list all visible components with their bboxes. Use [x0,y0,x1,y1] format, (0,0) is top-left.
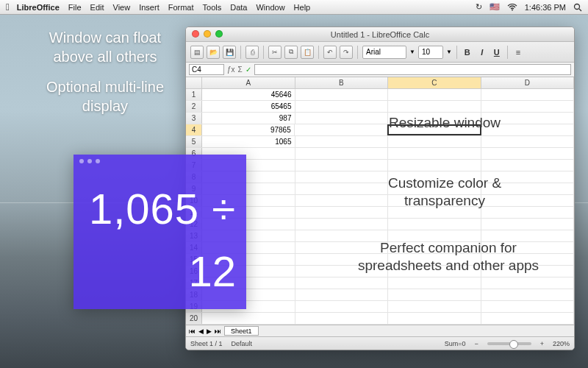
menu-insert[interactable]: Insert [139,3,159,12]
menubar-clock[interactable]: 1:46:36 PM [525,3,566,12]
calc-minimize-icon[interactable] [87,159,92,163]
cell[interactable] [388,89,481,100]
flag-icon[interactable]: 🇺🇸 [490,2,500,12]
cell[interactable] [295,101,389,112]
bold-button[interactable]: B [462,46,473,58]
cell[interactable] [481,101,575,112]
col-header-a[interactable]: A [202,77,295,88]
window-titlebar[interactable]: Untitled 1 - LibreOffice Calc [186,27,574,42]
italic-button[interactable]: I [476,46,488,58]
calculator-window[interactable]: 1,065 ÷ 12 [74,155,246,309]
status-zoom[interactable]: 220% [553,340,570,347]
cell[interactable] [388,313,481,324]
cell[interactable] [481,277,575,289]
row-header[interactable]: 3 [186,113,202,124]
cell[interactable] [295,89,389,100]
cell[interactable] [388,101,481,112]
align-left-button[interactable]: ≡ [512,46,524,58]
row-header[interactable]: 4 [186,124,202,135]
cell[interactable] [202,313,295,324]
promo-companion-text: Perfect companion for spreadsheets and o… [349,239,548,275]
print-button[interactable]: ⎙ [245,46,259,59]
cell[interactable] [295,277,389,289]
open-button[interactable]: 📂 [207,46,220,59]
menu-data[interactable]: Data [230,3,247,12]
row-header[interactable]: 1 [186,89,202,100]
cell[interactable] [388,160,481,171]
spotlight-icon[interactable] [573,3,582,12]
menu-tools[interactable]: Tools [203,3,222,12]
cell[interactable] [481,160,575,171]
zoom-icon[interactable] [215,30,223,38]
cell[interactable] [295,313,389,324]
cut-button[interactable]: ✂ [268,46,282,59]
cell[interactable] [388,148,481,159]
copy-button[interactable]: ⧉ [284,46,298,59]
sync-icon[interactable]: ↻ [476,2,482,12]
cell[interactable] [481,301,575,312]
underline-button[interactable]: U [491,46,503,58]
cell[interactable] [295,148,389,159]
font-name-select[interactable]: Arial [362,46,406,59]
save-button[interactable]: 💾 [223,46,236,59]
cell[interactable] [388,289,481,300]
undo-button[interactable]: ↶ [323,46,337,59]
cell[interactable] [388,301,481,312]
calc-zoom-icon[interactable] [96,159,100,163]
cell[interactable] [295,136,389,147]
cell[interactable]: 45646 [202,89,295,100]
tab-last-icon[interactable]: ⏭ [215,328,221,335]
cell[interactable] [481,89,575,100]
new-doc-button[interactable]: ▤ [190,46,204,59]
apple-menu-icon[interactable]:  [6,1,10,13]
tab-prev-icon[interactable]: ◀ [198,328,204,335]
sheet-tab[interactable]: Sheet1 [224,326,259,336]
redo-button[interactable]: ↷ [340,46,353,59]
cell[interactable] [481,219,575,230]
menu-view[interactable]: View [113,3,131,12]
row-header[interactable]: 5 [186,136,202,147]
cell[interactable] [388,219,481,230]
cell[interactable] [481,313,575,324]
col-header-c[interactable]: C [388,77,481,88]
cell[interactable] [295,289,389,300]
menu-window[interactable]: Window [256,3,284,12]
zoom-out-icon[interactable]: − [474,340,478,347]
cell[interactable]: 987 [202,113,295,124]
cell[interactable] [388,277,481,289]
tab-first-icon[interactable]: ⏮ [189,328,196,335]
tab-next-icon[interactable]: ▶ [207,328,212,335]
close-icon[interactable] [192,30,199,38]
cell-reference-box[interactable]: C4 [189,64,224,75]
cell[interactable] [295,301,389,312]
cell[interactable] [388,136,481,147]
paste-button[interactable]: 📋 [301,46,314,59]
app-name[interactable]: LibreOffice [17,3,60,12]
zoom-slider[interactable] [487,342,531,345]
menu-file[interactable]: File [68,3,82,12]
font-size-select[interactable]: 10 [418,46,443,59]
zoom-in-icon[interactable]: + [540,340,544,347]
cell[interactable] [295,160,389,171]
cell[interactable]: 65465 [202,101,295,112]
cell[interactable]: 97865 [202,124,295,135]
menu-edit[interactable]: Edit [90,3,104,12]
cell[interactable] [295,219,389,230]
cell[interactable] [481,289,575,300]
sum-icon[interactable]: Σ [238,66,243,74]
cell[interactable] [481,148,575,159]
function-wizard-icon[interactable]: ƒx [227,66,235,74]
cell[interactable] [481,136,575,147]
row-header[interactable]: 20 [186,313,202,324]
calc-close-icon[interactable] [79,159,84,163]
accept-icon[interactable]: ✓ [245,66,251,74]
minimize-icon[interactable] [204,30,211,38]
col-header-d[interactable]: D [481,77,575,88]
col-header-b[interactable]: B [295,77,389,88]
wifi-icon[interactable] [507,4,517,11]
menu-format[interactable]: Format [168,3,194,12]
formula-input[interactable] [254,64,571,75]
row-header[interactable]: 2 [186,101,202,112]
cell[interactable]: 1065 [202,136,295,147]
menu-help[interactable]: Help [294,3,311,12]
